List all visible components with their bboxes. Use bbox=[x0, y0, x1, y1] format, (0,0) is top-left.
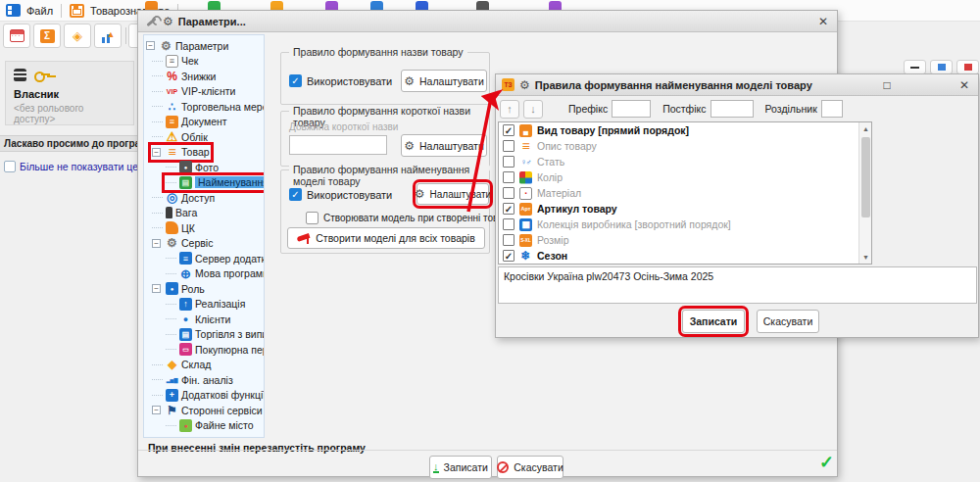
tree-item-cash-check[interactable]: ▭Покупюрна перевірка ка bbox=[144, 342, 264, 358]
params-bottombar: ↓ Записати Скасувати bbox=[138, 450, 837, 476]
tree-item-person[interactable]: ●Клієнти bbox=[144, 312, 264, 327]
postfix-input[interactable] bbox=[710, 100, 754, 118]
use-checkbox-1[interactable]: ✓ bbox=[289, 74, 302, 87]
group-short-name-rule: Правило формування короткої назви товару… bbox=[280, 111, 490, 167]
sum-button[interactable]: Σ bbox=[33, 24, 61, 48]
list-scrollbar[interactable]: ▲ ▼ bbox=[858, 122, 871, 264]
menu-file-label: Файл bbox=[26, 5, 53, 17]
short-name-length-input[interactable] bbox=[289, 135, 387, 155]
calendar-button[interactable] bbox=[3, 24, 30, 48]
rule-part-checkbox[interactable]: ✓ bbox=[503, 203, 514, 215]
tree-item-upload[interactable]: ↑Реалізація bbox=[144, 297, 264, 313]
rule-part-material[interactable]: ▪Матеріал bbox=[499, 185, 871, 201]
rule-part-checkbox[interactable]: ✓ bbox=[503, 124, 514, 136]
tree-connector bbox=[166, 273, 176, 274]
create-all-models-button[interactable]: Створити моделі для всіх товарів bbox=[287, 227, 485, 249]
rules-save-button[interactable]: Записати bbox=[682, 310, 745, 333]
weight-icon bbox=[166, 207, 172, 218]
rule-part-colors[interactable]: Колір bbox=[499, 169, 871, 185]
menu-file[interactable]: Файл bbox=[0, 0, 59, 22]
floppy-icon: ▄ bbox=[519, 124, 532, 137]
params-cancel-button[interactable]: Скасувати bbox=[497, 456, 564, 479]
stats-button[interactable]: ▲ bbox=[94, 24, 122, 48]
tree-item-puzzle[interactable]: +Додаткові функції bbox=[144, 388, 264, 404]
params-titlebar[interactable]: ⚙ Параметри... ✕ bbox=[138, 11, 837, 32]
expand-icon[interactable]: − bbox=[152, 406, 161, 414]
tree-item-globe[interactable]: ⊕Мова програми bbox=[144, 266, 264, 282]
rule-part-checkbox[interactable]: ✓ bbox=[503, 250, 514, 262]
short-name-length-label: Довжина короткої назви bbox=[289, 121, 398, 132]
params-save-button[interactable]: ↓ Записати bbox=[429, 456, 492, 479]
expand-icon[interactable]: − bbox=[152, 284, 161, 293]
rule-part-checkbox[interactable] bbox=[503, 156, 514, 168]
rule-part-size[interactable]: S-XLРозмір bbox=[499, 232, 871, 248]
tree-item-tag[interactable]: ЦК bbox=[144, 220, 264, 236]
tree-item-stock[interactable]: ◆Склад bbox=[144, 358, 264, 373]
close-button[interactable] bbox=[956, 60, 979, 74]
prefix-input[interactable] bbox=[612, 100, 651, 118]
rule-part-label: Стать bbox=[537, 156, 564, 168]
warning-icon: ⚠ bbox=[166, 130, 178, 143]
tree-item-goods[interactable]: −≡Товар bbox=[144, 145, 264, 161]
rules-close-icon[interactable]: ✕ bbox=[956, 78, 972, 92]
tree-item-document[interactable]: ≡Документ bbox=[144, 115, 264, 130]
tree-item-camera[interactable]: ●Фото bbox=[144, 160, 264, 175]
dont-show-label: Більше не показувати це вікно п bbox=[20, 161, 137, 172]
tree-item-chart[interactable]: ▂▅▇Фін. аналіз bbox=[144, 372, 264, 388]
network-icon: ∴ bbox=[166, 100, 178, 113]
tree-item-network[interactable]: ∴Торговельна мережа bbox=[144, 99, 264, 115]
rule-part-season[interactable]: ✓❄Сезон bbox=[499, 248, 871, 264]
tree-item-map-pin[interactable]: ●Файне місто bbox=[144, 418, 264, 434]
rule-part-checkbox[interactable] bbox=[503, 171, 514, 183]
rules-cancel-button[interactable]: Скасувати bbox=[757, 310, 819, 333]
tree-item-wrench[interactable]: −⚙Параметри bbox=[144, 38, 264, 54]
tree-item-invoice[interactable]: ▤Торгівля з випискою рах bbox=[144, 327, 264, 343]
tree-item-weight[interactable]: Вага bbox=[144, 206, 264, 221]
params-close-icon[interactable]: ✕ bbox=[815, 15, 831, 28]
scroll-thumb[interactable] bbox=[861, 137, 870, 217]
rule-part-gender[interactable]: ♀♂Стать bbox=[499, 154, 871, 169]
rule-part-floppy[interactable]: ✓▄Вид товару [прямий порядок] bbox=[499, 122, 871, 138]
separator-input[interactable] bbox=[821, 100, 843, 118]
dont-show-again-row[interactable]: Більше не показувати це вікно п bbox=[4, 161, 137, 172]
tree-item-label: Параметри bbox=[175, 40, 228, 52]
app-blue-icon bbox=[6, 4, 21, 17]
layers-button[interactable]: ◈ bbox=[64, 24, 91, 48]
tree-item-naming[interactable]: ▤Найменування bbox=[144, 175, 264, 191]
tree-item-role[interactable]: −●Роль bbox=[144, 281, 264, 297]
configure-button-1[interactable]: ⚙ Налаштувати bbox=[401, 70, 487, 92]
rule-part-checkbox[interactable] bbox=[503, 187, 514, 199]
rule-part-collection[interactable]: ▦Колекція виробника [зворотний порядок] bbox=[499, 217, 871, 232]
scroll-up-icon[interactable]: ▲ bbox=[859, 122, 872, 135]
configure-button-3[interactable]: ⚙ Налаштувати bbox=[416, 183, 489, 205]
tree-item-vip[interactable]: VIPVIP-клієнти bbox=[144, 84, 264, 100]
scroll-down-icon[interactable]: ▼ bbox=[859, 251, 872, 264]
expand-icon[interactable]: − bbox=[152, 239, 161, 248]
use-checkbox-3[interactable]: ✓ bbox=[289, 188, 302, 201]
tree-item-access[interactable]: ◎Доступ bbox=[144, 190, 264, 206]
rule-part-label: Опис товару bbox=[537, 140, 597, 152]
minimize-button[interactable] bbox=[904, 60, 926, 74]
rule-part-checkbox[interactable] bbox=[503, 218, 514, 230]
expand-icon[interactable]: − bbox=[152, 148, 161, 157]
tree-item-server[interactable]: ≡Сервер додатків bbox=[144, 251, 264, 266]
configure-button-2[interactable]: ⚙ Налаштувати bbox=[401, 134, 487, 157]
move-down-button[interactable]: ↓ bbox=[523, 100, 543, 119]
expand-icon[interactable]: − bbox=[146, 41, 155, 50]
tree-item-receipt[interactable]: ≡Чек bbox=[144, 54, 264, 70]
rules-maximize-icon[interactable]: □ bbox=[879, 78, 895, 92]
tree-item-flag[interactable]: −⚑Сторонні сервіси bbox=[144, 403, 264, 418]
rules-titlebar[interactable]: ТЗ ⚙ Правила формування найменування мод… bbox=[496, 74, 978, 96]
move-up-button[interactable]: ↑ bbox=[500, 100, 519, 119]
tree-item-label: Фото bbox=[195, 162, 219, 173]
dont-show-checkbox[interactable] bbox=[4, 161, 16, 172]
restore-button[interactable] bbox=[930, 60, 953, 74]
tree-item-warning[interactable]: ⚠Облік bbox=[144, 129, 264, 145]
tree-item-service[interactable]: −⚙Сервіс bbox=[144, 236, 264, 252]
rule-part-art[interactable]: ✓АртАртикул товару bbox=[499, 201, 871, 217]
create-model-checkbox[interactable] bbox=[306, 212, 318, 224]
rule-part-checkbox[interactable] bbox=[503, 140, 514, 152]
rule-part-list[interactable]: ≡Опис товару bbox=[499, 138, 871, 154]
tree-item-percent[interactable]: %Знижки bbox=[144, 69, 264, 84]
rule-part-checkbox[interactable] bbox=[503, 234, 514, 246]
